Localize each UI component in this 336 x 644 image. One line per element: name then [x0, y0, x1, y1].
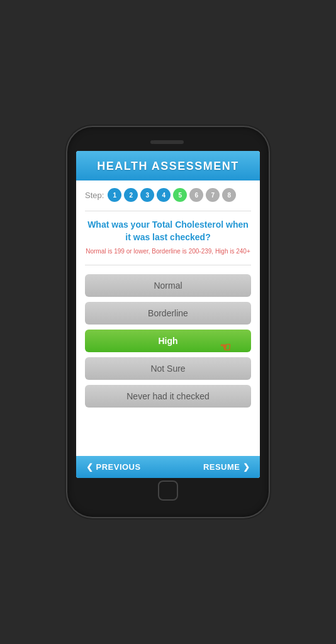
app-footer: PREVIOUS RESUME [76, 456, 260, 478]
resume-button[interactable]: RESUME [203, 462, 250, 472]
phone-top [76, 136, 260, 148]
step-8[interactable]: 8 [222, 188, 236, 202]
phone-bottom [76, 478, 260, 503]
option-normal[interactable]: Normal [85, 274, 251, 297]
previous-button[interactable]: PREVIOUS [86, 462, 141, 472]
option-never-checked[interactable]: Never had it checked [85, 385, 251, 408]
resume-arrow-icon [243, 462, 250, 472]
step-7[interactable]: 7 [206, 188, 220, 202]
step-1[interactable]: 1 [108, 188, 121, 202]
phone-screen: HEALTH ASSESSMENT Step: 1 2 3 4 5 6 7 8 [76, 151, 260, 478]
step-3[interactable]: 3 [140, 188, 154, 202]
question-text: What was your Total Cholesterol when it … [85, 219, 251, 243]
step-5[interactable]: 5 [173, 188, 187, 202]
options-list: Normal Borderline High ☞ Not Sure Never … [85, 274, 251, 408]
option-not-sure[interactable]: Not Sure [85, 357, 251, 380]
home-button[interactable] [158, 480, 178, 501]
resume-label: RESUME [203, 462, 240, 472]
steps-container: 1 2 3 4 5 6 7 8 [108, 188, 236, 202]
step-6[interactable]: 6 [189, 188, 203, 202]
step-2[interactable]: 2 [124, 188, 138, 202]
speaker [152, 140, 184, 144]
step-label: Step: [85, 191, 104, 200]
divider-1 [85, 211, 251, 211]
steps-row: Step: 1 2 3 4 5 6 7 8 [85, 188, 251, 202]
step-4[interactable]: 4 [157, 188, 171, 202]
app-header: HEALTH ASSESSMENT [76, 151, 260, 180]
previous-label: PREVIOUS [96, 462, 141, 472]
cursor-icon: ☞ [220, 340, 231, 355]
previous-arrow-icon [86, 462, 94, 472]
header-title: HEALTH ASSESSMENT [82, 160, 254, 173]
option-borderline[interactable]: Borderline [85, 302, 251, 325]
divider-2 [85, 265, 251, 265]
phone-frame: HEALTH ASSESSMENT Step: 1 2 3 4 5 6 7 8 [67, 127, 269, 517]
camera [150, 140, 154, 144]
option-high[interactable]: High ☞ [85, 330, 251, 352]
screen-content: Step: 1 2 3 4 5 6 7 8 What was your Tota… [76, 180, 260, 456]
question-sub-info: Normal is 199 or lower, Borderline is 20… [85, 247, 251, 256]
